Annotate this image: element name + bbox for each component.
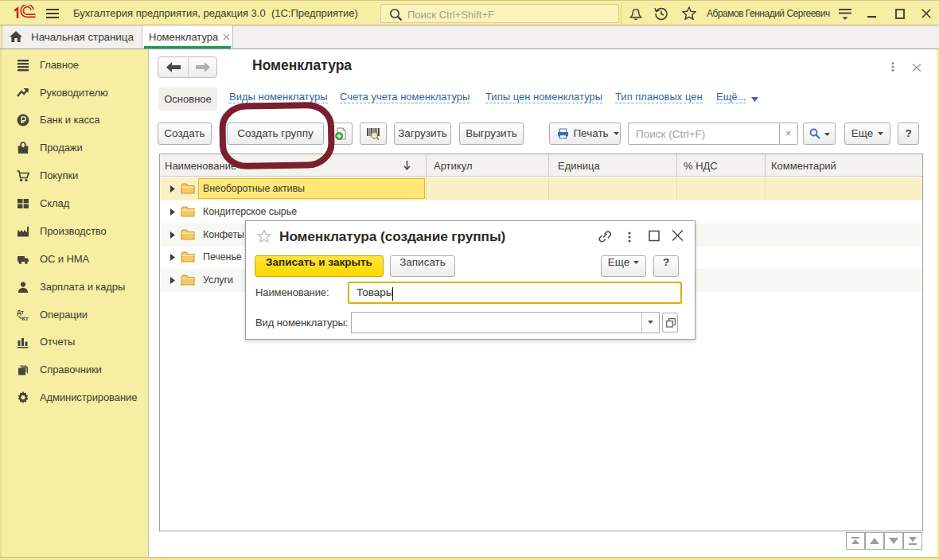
svg-text:Кт: Кт (22, 315, 29, 321)
